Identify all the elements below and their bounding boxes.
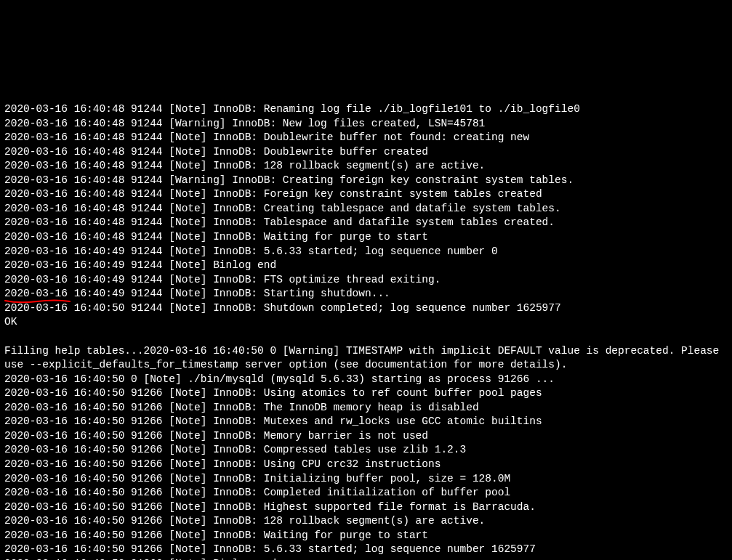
log-line: 2020-03-16 16:40:49 91244 [Note] Binlog …	[4, 259, 728, 273]
log-line: 2020-03-16 16:40:50 91266 [Note] InnoDB:…	[4, 443, 728, 458]
log-line	[4, 330, 728, 344]
log-line: 2020-03-16 16:40:50 91244 [Note] InnoDB:…	[4, 301, 728, 316]
log-line: 2020-03-16 16:40:50 91266 [Note] InnoDB:…	[4, 401, 728, 415]
log-line: 2020-03-16 16:40:48 91244 [Note] InnoDB:…	[4, 216, 728, 230]
log-line: 2020-03-16 16:40:50 91266 [Note] InnoDB:…	[4, 472, 728, 487]
log-line: 2020-03-16 16:40:48 91244 [Note] InnoDB:…	[4, 159, 728, 174]
log-line: OK	[4, 315, 728, 330]
log-line: 2020-03-16 16:40:48 91244 [Note] InnoDB:…	[4, 131, 728, 145]
log-line: 2020-03-16 16:40:50 91266 [Note] InnoDB:…	[4, 500, 728, 515]
log-line: 2020-03-16 16:40:50 91266 [Note] Binlog …	[4, 557, 728, 560]
log-line: 2020-03-16 16:40:48 91244 [Note] InnoDB:…	[4, 145, 728, 160]
log-line: 2020-03-16 16:40:50 0 [Note] ./bin/mysql…	[4, 373, 728, 387]
log-line: 2020-03-16 16:40:49 91244 [Note] InnoDB:…	[4, 245, 728, 259]
log-line: 2020-03-16 16:40:50 91266 [Note] InnoDB:…	[4, 486, 728, 500]
log-line: 2020-03-16 16:40:48 91244 [Note] InnoDB:…	[4, 102, 728, 117]
log-line: 2020-03-16 16:40:48 91244 [Note] InnoDB:…	[4, 187, 728, 202]
log-line: 2020-03-16 16:40:50 91266 [Note] InnoDB:…	[4, 514, 728, 529]
log-line: 2020-03-16 16:40:48 91244 [Note] InnoDB:…	[4, 202, 728, 216]
log-line: 2020-03-16 16:40:48 91244 [Warning] Inno…	[4, 117, 728, 131]
log-line: 2020-03-16 16:40:50 91266 [Note] InnoDB:…	[4, 458, 728, 472]
log-line: 2020-03-16 16:40:48 91244 [Warning] Inno…	[4, 174, 728, 188]
log-line: 2020-03-16 16:40:48 91244 [Note] InnoDB:…	[4, 230, 728, 245]
log-line: 2020-03-16 16:40:50 91266 [Note] InnoDB:…	[4, 415, 728, 429]
log-line: 2020-03-16 16:40:50 91266 [Note] InnoDB:…	[4, 543, 728, 557]
log-line: Filling help tables...2020-03-16 16:40:5…	[4, 344, 728, 373]
log-line: 2020-03-16 16:40:50 91266 [Note] InnoDB:…	[4, 529, 728, 543]
terminal-output: 2020-03-16 16:40:48 91244 [Note] InnoDB:…	[4, 60, 728, 560]
log-line: 2020-03-16 16:40:49 91244 [Note] InnoDB:…	[4, 273, 728, 288]
log-line: 2020-03-16 16:40:50 91266 [Note] InnoDB:…	[4, 429, 728, 444]
log-line: 2020-03-16 16:40:50 91266 [Note] InnoDB:…	[4, 386, 728, 401]
log-line: 2020-03-16 16:40:49 91244 [Note] InnoDB:…	[4, 287, 728, 301]
